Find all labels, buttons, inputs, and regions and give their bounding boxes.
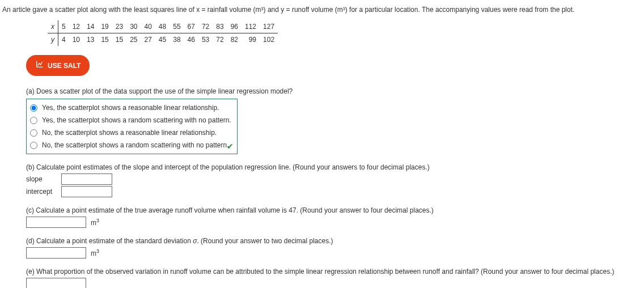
part-a-prompt: (a) Does a scatter plot of the data supp…: [26, 86, 642, 96]
table-cell: 55: [170, 20, 184, 33]
part-d: (d) Calculate a point estimate of the st…: [26, 236, 642, 259]
option-radio[interactable]: [30, 129, 37, 137]
table-cell: 102: [260, 33, 278, 46]
table-cell: 83: [213, 20, 227, 33]
part-e-prompt: (e) What proportion of the observed vari…: [26, 266, 642, 277]
part-a: (a) Does a scatter plot of the data supp…: [26, 86, 642, 154]
part-e-input[interactable]: [26, 278, 86, 288]
part-b-prompt: (b) Calculate point estimates of the slo…: [26, 162, 642, 172]
table-cell: 72: [213, 33, 227, 46]
table-cell: 13: [83, 33, 98, 46]
part-b: (b) Calculate point estimates of the slo…: [26, 162, 642, 197]
option-label: No, the scatterplot shows a reasonable l…: [42, 128, 217, 138]
option-label: No, the scatterplot shows a random scatt…: [42, 140, 229, 150]
table-cell: 112: [242, 20, 260, 33]
table-cell: 14: [83, 20, 98, 33]
data-table: x5121419233040485567728396112127 y410131…: [48, 20, 278, 46]
table-cell: 10: [69, 33, 83, 46]
table-cell: 96: [227, 20, 242, 33]
part-c-unit: m3: [91, 217, 99, 228]
option-row[interactable]: No, the scatterplot shows a random scatt…: [29, 139, 231, 151]
problem-intro: An article gave a scatter plot along wit…: [2, 5, 642, 15]
intercept-input[interactable]: [61, 186, 112, 197]
option-row[interactable]: No, the scatterplot shows a reasonable l…: [29, 126, 231, 139]
part-d-prompt: (d) Calculate a point estimate of the st…: [26, 236, 642, 246]
y-header: y: [48, 33, 58, 46]
table-cell: 30: [126, 20, 141, 33]
table-cell: 53: [198, 33, 213, 46]
option-label: Yes, the scatterplot shows a reasonable …: [42, 103, 219, 113]
table-cell: 5: [58, 20, 69, 33]
table-cell: 4: [58, 33, 69, 46]
table-cell: 25: [126, 33, 141, 46]
use-salt-button[interactable]: USE SALT: [26, 55, 90, 76]
part-d-unit: m3: [91, 248, 99, 259]
part-c-prompt: (c) Calculate a point estimate of the tr…: [26, 205, 642, 215]
table-cell: 82: [227, 33, 242, 46]
table-cell: 15: [112, 33, 126, 46]
option-row[interactable]: Yes, the scatterplot shows a reasonable …: [29, 101, 231, 114]
option-radio[interactable]: [30, 142, 37, 149]
option-radio[interactable]: [30, 104, 37, 112]
table-cell: 40: [141, 20, 155, 33]
table-cell: 48: [155, 20, 170, 33]
option-label: Yes, the scatterplot shows a random scat…: [42, 115, 231, 125]
table-cell: 45: [155, 33, 170, 46]
table-cell: 72: [198, 20, 213, 33]
part-c-input[interactable]: [26, 217, 86, 228]
table-cell: 19: [98, 20, 112, 33]
x-header: x: [48, 20, 58, 33]
table-cell: 27: [141, 33, 155, 46]
option-row[interactable]: Yes, the scatterplot shows a random scat…: [29, 114, 231, 126]
check-icon: ✔: [227, 141, 234, 153]
table-cell: 23: [112, 20, 126, 33]
use-salt-label: USE SALT: [48, 61, 80, 71]
table-cell: 127: [260, 20, 278, 33]
options-box: Yes, the scatterplot shows a reasonable …: [26, 99, 238, 154]
table-cell: 67: [184, 20, 198, 33]
intercept-label: intercept: [26, 187, 57, 197]
table-cell: 12: [69, 20, 83, 33]
slope-label: slope: [26, 174, 57, 184]
table-cell: 46: [184, 33, 198, 46]
table-cell: 15: [98, 33, 112, 46]
chart-icon: [35, 60, 44, 71]
part-e: (e) What proportion of the observed vari…: [26, 266, 642, 288]
table-cell: 99: [242, 33, 260, 46]
part-d-input[interactable]: [26, 247, 86, 259]
slope-input[interactable]: [61, 173, 112, 185]
option-radio[interactable]: [30, 117, 37, 124]
table-cell: 38: [170, 33, 184, 46]
part-c: (c) Calculate a point estimate of the tr…: [26, 205, 642, 228]
